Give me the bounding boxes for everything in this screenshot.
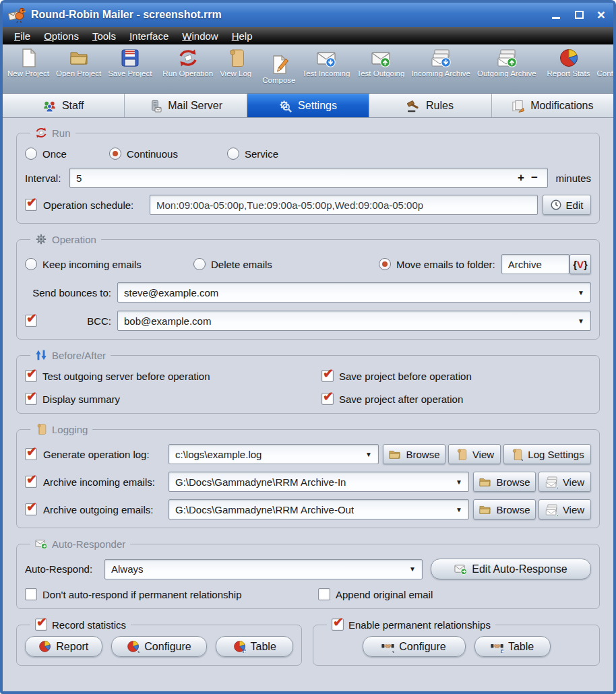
- stats-report-button[interactable]: Report: [25, 636, 102, 657]
- log-browse-button[interactable]: Browse: [383, 444, 445, 464]
- toolbar-view-log[interactable]: View Log: [216, 44, 255, 93]
- new-project-icon: [18, 48, 38, 68]
- checkbox-save-after[interactable]: ✔ Save project after operation: [321, 393, 591, 405]
- archive-out-browse-button[interactable]: Browse: [473, 499, 536, 519]
- dropdown-arrow-icon: ▼: [572, 317, 584, 325]
- checkbox-test-outgoing-before[interactable]: ✔ Test outgoing server before operation: [25, 370, 321, 382]
- archive-in-browse-button[interactable]: Browse: [473, 472, 536, 492]
- checkbox-save-before[interactable]: ✔ Save project before operation: [321, 370, 591, 382]
- decrement-button[interactable]: −: [528, 171, 541, 185]
- before-after-group: Before/After ✔ Test outgoing server befo…: [16, 349, 600, 414]
- rules-icon: [407, 100, 420, 113]
- toolbar-save-project[interactable]: Save Project: [104, 44, 155, 93]
- log-path-combo[interactable]: c:\logs\example.log ▼: [168, 444, 379, 464]
- tab-staff[interactable]: Staff: [3, 94, 125, 117]
- close-icon[interactable]: ×: [597, 10, 605, 20]
- folder-icon: [479, 476, 491, 488]
- menu-options[interactable]: Options: [38, 29, 85, 43]
- radio-move-emails[interactable]: Move emails to folder:: [379, 258, 495, 270]
- archive-outgoing-label: Archive outgoing emails:: [43, 504, 168, 515]
- menu-tools[interactable]: Tools: [86, 29, 122, 43]
- record-statistics-checkbox[interactable]: ✔: [35, 619, 47, 631]
- operation-group: Operation Keep incoming emails Delete em…: [16, 233, 600, 340]
- dropdown-arrow-icon: ▼: [450, 506, 462, 513]
- tab-bar: Staff Mail Server Settings Rules Modific…: [3, 94, 613, 118]
- mail-server-icon: [149, 100, 162, 113]
- auto-respond-combo[interactable]: Always ▼: [104, 559, 423, 579]
- enable-relationships-checkbox[interactable]: ✔: [332, 619, 344, 631]
- radio-once[interactable]: Once: [25, 148, 109, 160]
- archive-in-view-button[interactable]: View: [538, 472, 591, 492]
- auto-responder-group-title: Auto-Responder: [30, 538, 130, 550]
- send-bounces-combo[interactable]: steve@example.com ▼: [117, 282, 591, 303]
- log-view-button[interactable]: View: [448, 444, 501, 464]
- relationships-configure-button[interactable]: Configure: [363, 636, 466, 657]
- logging-group: Logging ✔ Generate operation log: c:\log…: [16, 423, 600, 528]
- tab-settings[interactable]: Settings: [247, 94, 369, 117]
- maximize-icon[interactable]: [574, 10, 585, 20]
- archive-outgoing-checkbox[interactable]: ✔: [25, 503, 37, 515]
- operation-schedule-checkbox[interactable]: ✔: [25, 199, 37, 211]
- stats-configure-button[interactable]: Configure: [111, 636, 208, 657]
- toolbar-configure-stats[interactable]: Configure Stats: [593, 44, 613, 93]
- toolbar: New Project Open Project Save Project Ru…: [3, 44, 613, 94]
- menu-interface[interactable]: Interface: [123, 29, 175, 43]
- toolbar-outgoing-archive[interactable]: Outgoing Archive: [474, 44, 540, 93]
- archive-in-path-combo[interactable]: G:\Docs\Gammadyne\RRM Archive-In ▼: [168, 472, 469, 492]
- permanent-relationships-title: ✔ Enable permanent relationships: [327, 619, 495, 631]
- settings-icon: [279, 100, 292, 113]
- radio-delete-emails[interactable]: Delete emails: [193, 258, 379, 270]
- toolbar-test-outgoing[interactable]: Test Outgoing: [353, 44, 408, 93]
- toolbar-incoming-archive[interactable]: Incoming Archive: [408, 44, 474, 93]
- generate-log-checkbox[interactable]: ✔: [25, 448, 37, 460]
- checkbox-dont-auto-respond[interactable]: ✔ Don't auto-respond if permanent relati…: [25, 588, 318, 600]
- up-down-arrows-icon: [35, 349, 47, 361]
- generate-log-label: Generate operation log:: [43, 449, 168, 460]
- dropdown-arrow-icon: ▼: [572, 289, 584, 296]
- permanent-relationships-group: ✔ Enable permanent relationships Configu…: [313, 619, 600, 666]
- radio-continuous[interactable]: Continuous: [109, 148, 227, 160]
- archive-incoming-checkbox[interactable]: ✔: [25, 476, 37, 488]
- menu-bar: File Options Tools Interface Window Help: [3, 27, 613, 44]
- checkbox-append-original[interactable]: ✔ Append original email: [318, 588, 433, 600]
- bcc-combo[interactable]: bob@example.com ▼: [117, 311, 591, 331]
- minimize-icon[interactable]: [551, 10, 562, 20]
- toolbar-new-project[interactable]: New Project: [4, 44, 53, 93]
- tab-rules[interactable]: Rules: [369, 94, 491, 117]
- archive-out-view-button[interactable]: View: [538, 499, 591, 519]
- radio-service[interactable]: Service: [227, 148, 278, 160]
- view-log-icon: [226, 48, 246, 68]
- tab-modifications[interactable]: Modifications: [492, 94, 613, 117]
- operation-group-title: Operation: [30, 233, 101, 245]
- pie-gear-icon: [127, 640, 140, 653]
- archive-view-icon: [545, 476, 558, 488]
- checkbox-display-summary[interactable]: ✔ Display summary: [25, 393, 321, 405]
- stats-table-button[interactable]: Table: [216, 636, 293, 657]
- edit-auto-response-button[interactable]: Edit Auto-Response: [431, 559, 591, 579]
- log-settings-button[interactable]: Log Settings: [503, 444, 591, 464]
- test-incoming-icon: [316, 48, 336, 68]
- increment-button[interactable]: +: [514, 171, 528, 185]
- folder-icon: [388, 448, 401, 461]
- toolbar-compose[interactable]: Compose: [259, 44, 299, 93]
- toolbar-test-incoming[interactable]: Test Incoming: [299, 44, 353, 93]
- menu-file[interactable]: File: [8, 29, 36, 43]
- interval-field[interactable]: 5 + −: [69, 168, 548, 188]
- edit-schedule-button[interactable]: Edit: [543, 195, 591, 215]
- tab-mail-server[interactable]: Mail Server: [125, 94, 247, 117]
- toolbar-report-stats[interactable]: Report Stats: [544, 44, 594, 93]
- relationships-table-button[interactable]: Table: [474, 636, 551, 657]
- operation-schedule-field[interactable]: Mon:09:00a-05:00p,Tue:09:00a-05:00p,Wed:…: [150, 195, 538, 215]
- radio-keep-incoming[interactable]: Keep incoming emails: [25, 258, 193, 270]
- move-folder-field[interactable]: Archive: [501, 254, 569, 274]
- insert-variable-button[interactable]: {V}: [569, 254, 591, 274]
- menu-window[interactable]: Window: [176, 29, 224, 43]
- toolbar-run-operation[interactable]: Run Operation: [159, 44, 216, 93]
- menu-help[interactable]: Help: [226, 29, 259, 43]
- modifications-icon: [512, 100, 524, 113]
- window-title: Round-Robin Mailer - screenshot.rrm: [31, 9, 222, 21]
- archive-out-path-combo[interactable]: G:\Docs\Gammadyne\RRM Archive-Out ▼: [168, 499, 469, 519]
- toolbar-open-project[interactable]: Open Project: [53, 44, 104, 93]
- bcc-checkbox[interactable]: ✔: [25, 315, 37, 327]
- scroll-icon: [455, 448, 468, 461]
